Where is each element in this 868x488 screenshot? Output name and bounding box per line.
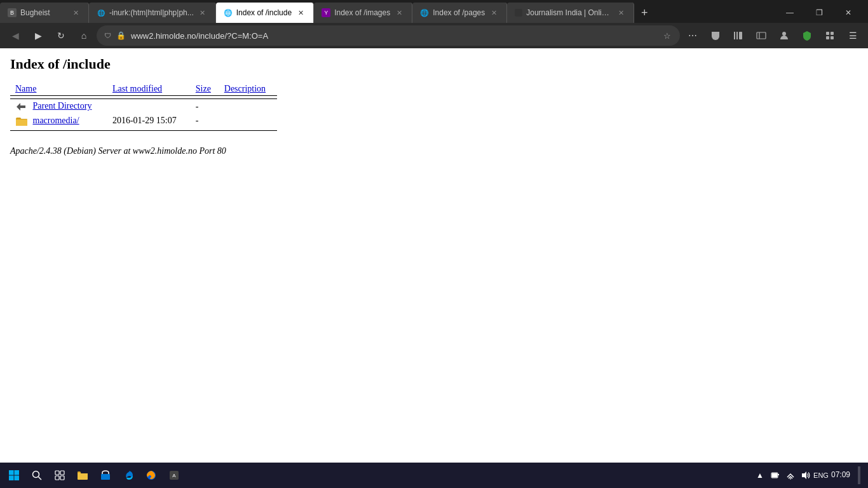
parent-dir-icon: [15, 100, 28, 113]
macromedia-desc: [219, 114, 277, 128]
tab-bugheist[interactable]: B Bugheist ✕: [0, 3, 89, 23]
server-info: Apache/2.4.38 (Debian) Server at www2.hi…: [10, 146, 858, 156]
tray-network: [785, 470, 796, 480]
footer-separator-cell: [10, 128, 277, 131]
task-view-button[interactable]: [48, 464, 71, 487]
svg-marker-29: [802, 471, 806, 479]
tab-close-images[interactable]: ✕: [394, 8, 404, 18]
show-desktop-button[interactable]: [858, 466, 860, 484]
parent-dir-link[interactable]: Parent Directory: [33, 101, 92, 111]
col-modified: Last modified: [107, 83, 191, 96]
close-button[interactable]: ✕: [834, 1, 863, 24]
col-size: Size: [191, 83, 219, 96]
svg-line-16: [39, 477, 42, 480]
firefox-button[interactable]: [140, 464, 163, 487]
sort-desc-link[interactable]: Description: [224, 84, 266, 93]
svg-rect-19: [55, 476, 59, 480]
language-label: ENG: [816, 470, 826, 480]
new-tab-button[interactable]: +: [634, 3, 654, 23]
macromedia-cell: macromedia/: [10, 114, 107, 128]
synced-tabs-icon[interactable]: [751, 25, 771, 46]
home-button[interactable]: ⌂: [74, 25, 94, 46]
tab-close-google[interactable]: ✕: [198, 8, 208, 18]
reload-button[interactable]: ↻: [51, 25, 71, 46]
tab-journalism[interactable]: Journalism India | Online... ✕: [507, 3, 634, 23]
window-controls: — ❒ ✕: [770, 1, 868, 24]
store-button[interactable]: [94, 464, 117, 487]
tray-up-arrow[interactable]: ▲: [755, 470, 765, 480]
nav-bar: ◀ ▶ ↻ ⌂ 🛡 🔒 www2.himolde.no/include/?C=M…: [0, 23, 868, 48]
table-row: Parent Directory -: [10, 99, 277, 115]
svg-rect-8: [826, 36, 829, 39]
browser-window: B Bugheist ✕ 🌐 -inurk:(htm|html|php|ph..…: [0, 0, 868, 488]
tab-pages[interactable]: 🌐 Index of /pages ✕: [412, 3, 507, 23]
svg-rect-3: [757, 32, 766, 39]
bookmark-icon[interactable]: ☆: [662, 30, 672, 42]
table-header-row: Name Last modified Size Description: [10, 83, 277, 96]
extensions-icon[interactable]: [820, 25, 840, 46]
table-row: macromedia/ 2016-01-29 15:07 -: [10, 114, 277, 128]
svg-point-5: [782, 32, 786, 36]
minimize-button[interactable]: —: [775, 1, 804, 24]
account-icon[interactable]: [774, 25, 794, 46]
tab-images[interactable]: Y Index of /images ✕: [314, 3, 412, 23]
restore-button[interactable]: ❒: [804, 1, 834, 24]
svg-marker-10: [17, 103, 25, 111]
system-tray: ▲: [750, 466, 865, 484]
svg-rect-27: [772, 473, 777, 477]
svg-rect-0: [734, 32, 735, 39]
taskbar-search-button[interactable]: [25, 464, 48, 487]
edge-button[interactable]: [117, 464, 140, 487]
library-icon[interactable]: [728, 25, 749, 46]
svg-rect-13: [9, 476, 14, 481]
url-display[interactable]: www2.himolde.no/include/?C=M:O=A: [131, 31, 657, 41]
footer-separator: [10, 128, 277, 131]
sort-size-link[interactable]: Size: [196, 84, 211, 93]
sort-modified-link[interactable]: Last modified: [112, 84, 162, 93]
tray-battery: [770, 470, 780, 480]
tab-include[interactable]: 🌐 Index of /include ✕: [216, 3, 314, 23]
svg-rect-11: [9, 470, 14, 475]
address-bar[interactable]: 🛡 🔒 www2.himolde.no/include/?C=M:O=A ☆: [97, 25, 680, 46]
svg-rect-1: [736, 32, 738, 39]
svg-text:A: A: [172, 473, 176, 478]
tab-label-journalism: Journalism India | Online...: [526, 8, 612, 17]
tray-volume: [801, 470, 811, 480]
lock-icon: 🔒: [116, 31, 126, 40]
forward-button[interactable]: ▶: [28, 25, 48, 46]
parent-dir-cell: Parent Directory: [10, 99, 107, 115]
tab-google[interactable]: 🌐 -inurk:(htm|html|php|ph... ✕: [89, 3, 216, 23]
tab-close-include[interactable]: ✕: [295, 8, 306, 18]
tab-close-pages[interactable]: ✕: [489, 8, 499, 18]
tab-favicon-pages: 🌐: [420, 8, 429, 17]
back-button[interactable]: ◀: [5, 25, 25, 46]
svg-rect-21: [101, 474, 110, 480]
tab-favicon-images: Y: [322, 8, 330, 17]
svg-rect-17: [55, 471, 59, 475]
taskbar-clock[interactable]: 07:09: [831, 470, 850, 480]
tab-label-bugheist: Bugheist: [20, 8, 67, 17]
macromedia-link[interactable]: macromedia/: [33, 116, 79, 125]
file-explorer-button[interactable]: [71, 464, 94, 487]
tab-label-pages: Index of /pages: [433, 8, 485, 17]
tab-label-google: -inurk:(htm|html|php|ph...: [109, 8, 194, 17]
tab-close-bugheist[interactable]: ✕: [71, 8, 81, 18]
pocket-icon[interactable]: [705, 25, 726, 46]
tab-favicon-journalism: [515, 9, 522, 17]
start-button[interactable]: [3, 464, 25, 487]
page-title: Index of /include: [10, 56, 858, 72]
macromedia-size: -: [191, 114, 219, 128]
svg-rect-7: [831, 32, 834, 35]
shield-icon[interactable]: [797, 25, 817, 46]
tab-label-images: Index of /images: [334, 8, 390, 17]
tab-close-journalism[interactable]: ✕: [616, 8, 626, 18]
col-name: Name: [10, 83, 107, 96]
tab-bar: B Bugheist ✕ 🌐 -inurk:(htm|html|php|ph..…: [0, 0, 868, 23]
sort-name-link[interactable]: Name: [15, 84, 36, 93]
parent-dir-size: -: [191, 99, 219, 115]
appicon-button[interactable]: A: [163, 464, 186, 487]
hamburger-menu[interactable]: ☰: [843, 25, 863, 46]
folder-icon: [15, 116, 28, 126]
more-options-button[interactable]: ⋯: [682, 25, 703, 46]
taskbar: A ▲: [0, 463, 868, 488]
